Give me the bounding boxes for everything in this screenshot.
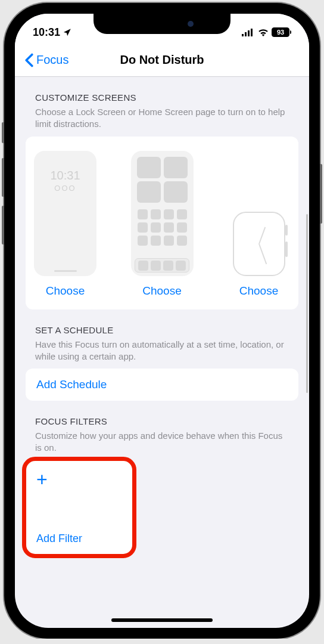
watch-preview <box>228 151 290 276</box>
customize-screens-card: 10:31 OOO Choose <box>26 137 298 309</box>
filters-sub: Customize how your apps and device behav… <box>26 430 298 460</box>
svg-rect-0 <box>242 34 244 36</box>
scroll-indicator[interactable] <box>306 214 308 393</box>
location-icon <box>63 28 71 37</box>
lock-screen-preview: 10:31 OOO <box>34 151 96 276</box>
status-time: 10:31 <box>33 26 60 39</box>
schedule-card: Add Schedule <box>26 369 298 401</box>
add-schedule-button[interactable]: Add Schedule <box>26 369 298 401</box>
choose-label: Choose <box>142 284 182 298</box>
schedule-sub: Have this Focus turn on automatically at… <box>26 339 298 369</box>
svg-rect-3 <box>251 29 253 36</box>
lock-screen-choice[interactable]: 10:31 OOO Choose <box>34 151 96 298</box>
customize-sub: Choose a Lock Screen or Home Screen page… <box>26 106 298 137</box>
battery-percent: 93 <box>277 29 284 36</box>
plus-icon: + <box>36 470 122 489</box>
nav-bar: Focus Do Not Disturb <box>15 44 309 77</box>
home-indicator[interactable] <box>111 618 213 622</box>
filters-header: FOCUS FILTERS <box>26 401 298 430</box>
watch-choice[interactable]: Choose <box>228 151 290 298</box>
home-screen-choice[interactable]: Choose <box>131 151 194 298</box>
page-title: Do Not Disturb <box>120 53 204 67</box>
wifi-icon <box>257 28 269 36</box>
notch <box>94 14 230 34</box>
svg-rect-2 <box>248 30 250 36</box>
battery-icon: 93 <box>272 27 291 37</box>
back-button[interactable]: Focus <box>24 53 68 67</box>
home-screen-preview <box>131 151 194 276</box>
content: CUSTOMIZE SCREENS Choose a Lock Screen o… <box>15 77 309 628</box>
phone-frame: 10:31 93 Focus Do Not Disturb <box>4 3 320 639</box>
add-filter-label: Add Filter <box>36 532 122 545</box>
svg-rect-1 <box>245 32 247 36</box>
chevron-left-icon <box>24 53 34 67</box>
add-filter-button[interactable]: + Add Filter <box>26 460 133 555</box>
cellular-icon <box>242 28 255 36</box>
lock-preview-time: 10:31 <box>50 169 80 182</box>
screen: 10:31 93 Focus Do Not Disturb <box>15 14 309 628</box>
customize-header: CUSTOMIZE SCREENS <box>26 77 298 106</box>
choose-label: Choose <box>239 284 279 298</box>
choose-label: Choose <box>46 284 85 298</box>
schedule-header: SET A SCHEDULE <box>26 309 298 339</box>
back-label: Focus <box>36 53 68 67</box>
lock-preview-dots: OOO <box>54 184 76 193</box>
